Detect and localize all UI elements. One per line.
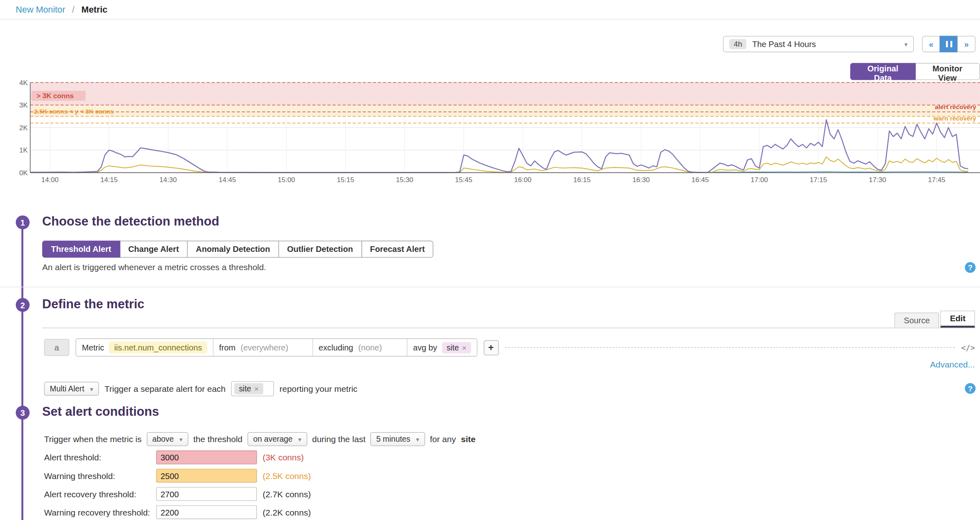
metric-name-input[interactable]: iis.net.num_connections bbox=[109, 342, 207, 354]
svg-text:> 3K conns: > 3K conns bbox=[36, 92, 74, 100]
tab-outlier-detection[interactable]: Outlier Detection bbox=[278, 241, 362, 258]
excluding-segment[interactable]: excluding (none) bbox=[313, 339, 407, 356]
playback-controls: « » bbox=[922, 36, 976, 52]
warning-recovery-note: (2.2K conns) bbox=[263, 507, 311, 517]
avg-by-segment[interactable]: avg by site × bbox=[407, 339, 477, 356]
excluding-input[interactable]: (none) bbox=[358, 343, 401, 352]
section-1-number: 1 bbox=[16, 215, 30, 229]
alert-type-value: Multi Alert bbox=[50, 385, 84, 393]
multi-alert-text-1: Trigger a separate alert for each bbox=[105, 384, 226, 393]
svg-text:14:45: 14:45 bbox=[219, 176, 236, 184]
alert-threshold-label: Alert threshold: bbox=[44, 453, 156, 462]
alert-recovery-input[interactable] bbox=[156, 487, 257, 501]
section-connector-line bbox=[21, 222, 24, 520]
multi-alert-text-2: reporting your metric bbox=[279, 384, 357, 393]
svg-text:16:00: 16:00 bbox=[514, 176, 532, 184]
svg-text:16:15: 16:15 bbox=[573, 176, 591, 184]
trigger-condition-row: Trigger when the metric is above ▾ the t… bbox=[44, 432, 476, 446]
tab-source[interactable]: Source bbox=[894, 312, 939, 327]
monitor-view-button[interactable]: Monitor View bbox=[915, 63, 980, 80]
alert-threshold-row: Alert threshold: (3K conns) bbox=[44, 451, 304, 464]
tab-threshold-alert[interactable]: Threshold Alert bbox=[42, 241, 120, 258]
multi-alert-tag-site[interactable]: site × bbox=[234, 383, 263, 394]
help-icon[interactable]: ? bbox=[965, 383, 976, 393]
forward-button[interactable]: » bbox=[957, 36, 976, 52]
warning-threshold-input[interactable] bbox=[156, 469, 257, 483]
from-segment[interactable]: from (everywhere) bbox=[213, 339, 313, 356]
metric-query-row: a Metric iis.net.num_connections from (e… bbox=[44, 338, 975, 357]
avg-by-tag-site[interactable]: site × bbox=[442, 342, 471, 353]
warning-threshold-row: Warning threshold: (2.5K conns) bbox=[44, 469, 311, 483]
svg-text:14:00: 14:00 bbox=[41, 176, 59, 184]
svg-text:15:30: 15:30 bbox=[396, 176, 414, 184]
svg-text:0K: 0K bbox=[19, 169, 28, 177]
advanced-link[interactable]: Advanced... bbox=[930, 360, 975, 369]
new-monitor-page: New Monitor / Metric 4h The Past 4 Hours… bbox=[0, 0, 980, 520]
svg-text:1K: 1K bbox=[19, 146, 28, 154]
svg-text:warn recovery: warn recovery bbox=[933, 115, 976, 122]
svg-text:15:45: 15:45 bbox=[455, 176, 472, 184]
multi-alert-tag-label: site bbox=[239, 385, 251, 393]
time-range-selector[interactable]: 4h The Past 4 Hours ▾ bbox=[723, 36, 914, 52]
alert-threshold-input[interactable] bbox=[156, 451, 257, 464]
section-divider bbox=[0, 287, 980, 288]
svg-text:15:00: 15:00 bbox=[278, 176, 295, 184]
warning-threshold-note: (2.5K conns) bbox=[263, 471, 311, 480]
multi-alert-row: Multi Alert ▾ Trigger a separate alert f… bbox=[44, 381, 358, 396]
alert-type-select[interactable]: Multi Alert ▾ bbox=[44, 382, 99, 395]
from-scope-input[interactable]: (everywhere) bbox=[240, 343, 307, 352]
section-1-title: Choose the detection method bbox=[42, 214, 219, 229]
warning-recovery-row: Warning recovery threshold: (2.2K conns) bbox=[44, 505, 311, 519]
forward-icon: » bbox=[964, 39, 969, 49]
svg-text:17:45: 17:45 bbox=[928, 176, 946, 184]
svg-text:17:15: 17:15 bbox=[810, 176, 827, 184]
rewind-icon: « bbox=[929, 39, 933, 49]
threshold-direction-select[interactable]: above ▾ bbox=[147, 432, 189, 446]
detection-method-tabs: Threshold Alert Change Alert Anomaly Det… bbox=[42, 241, 433, 258]
query-dashed-rule bbox=[505, 347, 955, 348]
avg-by-label: avg by bbox=[413, 343, 437, 352]
warning-recovery-label: Warning recovery threshold: bbox=[44, 507, 156, 517]
detection-description: An alert is triggered whenever a metric … bbox=[42, 263, 266, 272]
svg-text:17:00: 17:00 bbox=[751, 176, 768, 184]
section-2-number: 2 bbox=[16, 298, 30, 312]
tab-forecast-alert[interactable]: Forecast Alert bbox=[361, 241, 434, 258]
tab-anomaly-detection[interactable]: Anomaly Detection bbox=[187, 241, 279, 258]
section-3-number: 3 bbox=[16, 406, 30, 419]
multi-alert-group-input[interactable]: site × bbox=[231, 381, 274, 396]
svg-text:3K: 3K bbox=[19, 101, 28, 109]
avg-by-tag-label: site bbox=[446, 343, 459, 352]
warning-recovery-input[interactable] bbox=[156, 505, 257, 519]
section-3-title: Set alert conditions bbox=[42, 404, 159, 419]
metric-editor-tabs: Source Edit bbox=[42, 311, 975, 328]
add-query-button[interactable]: + bbox=[483, 340, 498, 355]
trigger-text-2: the threshold bbox=[193, 434, 242, 444]
breadcrumb-new-monitor[interactable]: New Monitor bbox=[16, 4, 65, 15]
chevron-down-icon: ▾ bbox=[416, 436, 419, 443]
pause-button[interactable] bbox=[940, 36, 958, 52]
metric-segment[interactable]: Metric iis.net.num_connections bbox=[76, 339, 213, 356]
metric-label: Metric bbox=[82, 343, 104, 352]
tab-edit[interactable]: Edit bbox=[941, 311, 975, 328]
svg-text:4K: 4K bbox=[19, 80, 28, 87]
svg-text:15:15: 15:15 bbox=[337, 176, 354, 184]
help-icon[interactable]: ? bbox=[965, 262, 976, 273]
close-icon[interactable]: × bbox=[254, 385, 259, 393]
breadcrumb-separator: / bbox=[72, 4, 75, 15]
time-window-select[interactable]: 5 minutes ▾ bbox=[371, 432, 425, 446]
trigger-text-4: for any bbox=[430, 434, 456, 444]
threshold-direction-value: above bbox=[152, 435, 174, 444]
rewind-button[interactable]: « bbox=[922, 36, 940, 52]
close-icon[interactable]: × bbox=[462, 343, 466, 352]
aggregation-select[interactable]: on average ▾ bbox=[247, 432, 307, 446]
tab-change-alert[interactable]: Change Alert bbox=[119, 241, 187, 258]
code-icon[interactable]: </> bbox=[961, 343, 975, 352]
time-range-label: The Past 4 Hours bbox=[752, 39, 904, 49]
metric-timeseries-chart[interactable]: 0K1K2K3K4K14:0014:1514:3014:4515:0015:15… bbox=[0, 80, 980, 188]
metric-query-editor: Metric iis.net.num_connections from (eve… bbox=[75, 338, 477, 357]
original-data-button[interactable]: Original Data bbox=[850, 63, 916, 80]
svg-text:2K: 2K bbox=[19, 124, 28, 132]
query-letter-badge: a bbox=[44, 339, 69, 356]
pause-icon bbox=[944, 39, 953, 49]
svg-text:alert recovery: alert recovery bbox=[935, 103, 976, 110]
